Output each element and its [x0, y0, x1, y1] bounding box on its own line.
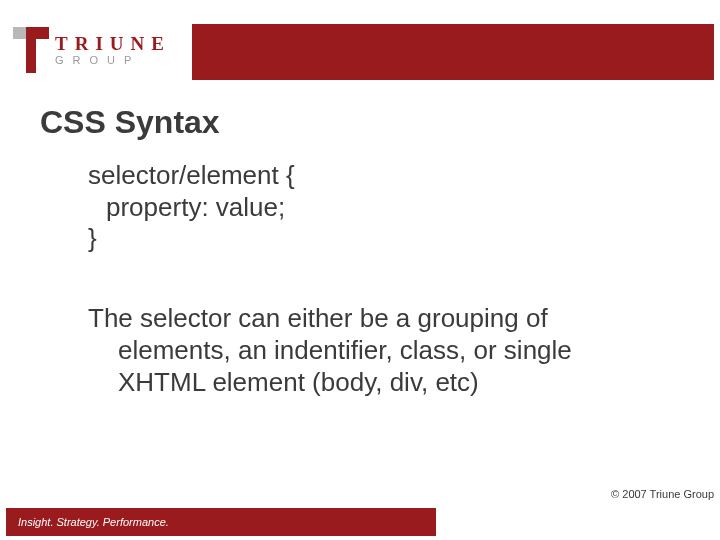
paragraph: The selector can either be a grouping of…	[88, 303, 680, 398]
svg-rect-11	[36, 27, 49, 39]
svg-rect-10	[13, 27, 26, 39]
para-line-1: The selector can either be a grouping of	[88, 303, 680, 335]
logo-mark-icon	[13, 27, 49, 73]
copyright: © 2007 Triune Group	[611, 488, 714, 500]
footer-tagline-bar: Insight. Strategy. Performance.	[6, 508, 436, 536]
logo-sub: GROUP	[55, 55, 171, 66]
svg-rect-6	[36, 39, 49, 73]
code-block: selector/element { property: value; }	[88, 160, 680, 255]
para-line-2: elements, an indentifier, class, or sing…	[88, 335, 680, 367]
logo-text: TRIUNE GROUP	[55, 34, 171, 66]
code-line-1: selector/element {	[88, 160, 680, 192]
logo: TRIUNE GROUP	[13, 21, 189, 79]
slide-content: selector/element { property: value; } Th…	[88, 160, 680, 398]
footer-tagline: Insight. Strategy. Performance.	[18, 516, 169, 528]
para-line-3: XHTML element (body, div, etc)	[88, 367, 680, 399]
svg-rect-5	[13, 39, 26, 73]
header-bar	[192, 24, 714, 80]
slide-title: CSS Syntax	[40, 104, 220, 141]
code-line-3: }	[88, 223, 680, 255]
slide: TRIUNE GROUP CSS Syntax selector/element…	[0, 0, 720, 540]
code-line-2: property: value;	[88, 192, 680, 224]
svg-rect-9	[26, 27, 36, 73]
logo-brand: TRIUNE	[55, 34, 171, 53]
